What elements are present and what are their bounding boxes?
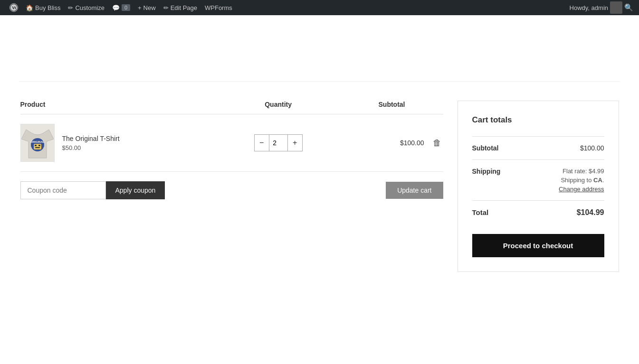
product-name: The Original T-Shirt — [62, 135, 120, 142]
admin-avatar[interactable] — [610, 1, 622, 14]
cart-actions: Apply coupon Update cart — [20, 172, 443, 209]
proceed-to-checkout-btn[interactable]: Proceed to checkout — [472, 234, 604, 257]
col-header-product: Product — [20, 101, 228, 114]
product-cell: ORIGINAL The Original T- — [20, 124, 228, 162]
cart-layout: Product Quantity Subtotal — [20, 82, 619, 272]
new-label: New — [143, 4, 156, 11]
product-price: $50.00 — [62, 144, 120, 151]
cart-table-wrap: Product Quantity Subtotal — [20, 101, 443, 272]
qty-cell: − + — [228, 114, 329, 172]
col-header-subtotal: Subtotal — [329, 101, 424, 114]
shipping-rate: Flat rate: $4.99 — [559, 168, 604, 175]
svg-rect-4 — [34, 144, 41, 149]
product-image: ORIGINAL — [20, 124, 55, 162]
adminbar-comments[interactable]: 💬 0 — [108, 0, 134, 15]
page-wrap: Product Quantity Subtotal — [0, 15, 639, 364]
adminbar-buy-bliss[interactable]: 🏠 Buy Bliss — [22, 0, 64, 15]
svg-rect-5 — [35, 145, 37, 146]
apply-coupon-btn[interactable]: Apply coupon — [106, 181, 165, 199]
svg-rect-7 — [35, 147, 40, 148]
total-label: Total — [472, 208, 489, 216]
adminbar-wpforms[interactable]: WPForms — [201, 0, 236, 15]
customize-label: Customize — [75, 4, 104, 11]
shipping-to-text: Shipping to CA. — [559, 177, 604, 184]
buy-bliss-label: Buy Bliss — [35, 4, 60, 11]
subtotal-row: Subtotal $100.00 — [472, 136, 604, 159]
cart-table: Product Quantity Subtotal — [20, 101, 443, 172]
subtotal-label: Subtotal — [472, 144, 499, 152]
svg-text:ORIGINAL: ORIGINAL — [30, 140, 45, 143]
coupon-form: Apply coupon — [20, 181, 165, 199]
wpforms-label: WPForms — [205, 4, 232, 11]
edit-page-label: Edit Page — [171, 4, 197, 11]
cart-totals-title: Cart totals — [472, 115, 604, 125]
adminbar-right: Howdy, admin 🔍 — [570, 1, 633, 14]
search-icon[interactable]: 🔍 — [624, 3, 633, 12]
qty-decrease-btn[interactable]: − — [255, 135, 269, 151]
comment-count: 0 — [122, 4, 130, 11]
table-row: ORIGINAL The Original T- — [20, 114, 443, 172]
update-cart-btn[interactable]: Update cart — [386, 182, 443, 199]
coupon-input[interactable] — [20, 181, 106, 199]
subtotal-value: $100.00 — [580, 144, 604, 152]
svg-rect-6 — [38, 145, 40, 146]
total-value: $104.99 — [577, 208, 604, 217]
total-row: Total $104.99 — [472, 200, 604, 224]
adminbar-new[interactable]: + New — [134, 0, 160, 15]
product-info: The Original T-Shirt $50.00 — [62, 135, 120, 151]
admin-bar: 🏠 Buy Bliss ✏ Customize 💬 0 + New ✏ Edit… — [0, 0, 639, 15]
pencil-icon: ✏ — [68, 4, 73, 11]
qty-input[interactable] — [269, 135, 288, 151]
plus-icon: + — [138, 4, 142, 11]
site-header — [19, 44, 620, 82]
shipping-row: Shipping Flat rate: $4.99 Shipping to CA… — [472, 159, 604, 200]
remove-item-btn[interactable]: 🗑 — [431, 136, 443, 150]
subtotal-cell: $100.00 — [329, 114, 424, 172]
qty-control: − + — [254, 134, 303, 151]
comment-icon: 💬 — [112, 4, 120, 11]
shipping-details: Flat rate: $4.99 Shipping to CA. Change … — [559, 168, 604, 193]
shipping-label: Shipping — [472, 168, 501, 175]
adminbar-edit-page[interactable]: ✏ Edit Page — [160, 0, 201, 15]
adminbar-customize[interactable]: ✏ Customize — [64, 0, 108, 15]
home-icon: 🏠 — [26, 4, 33, 11]
edit-icon: ✏ — [163, 4, 169, 11]
qty-increase-btn[interactable]: + — [288, 135, 302, 151]
change-address-link[interactable]: Change address — [559, 186, 604, 193]
howdy-text: Howdy, admin — [570, 4, 608, 11]
wp-logo[interactable] — [6, 0, 22, 15]
remove-cell: 🗑 — [424, 114, 443, 172]
cart-totals: Cart totals Subtotal $100.00 Shipping Fl… — [458, 101, 619, 272]
col-header-quantity: Quantity — [228, 101, 329, 114]
